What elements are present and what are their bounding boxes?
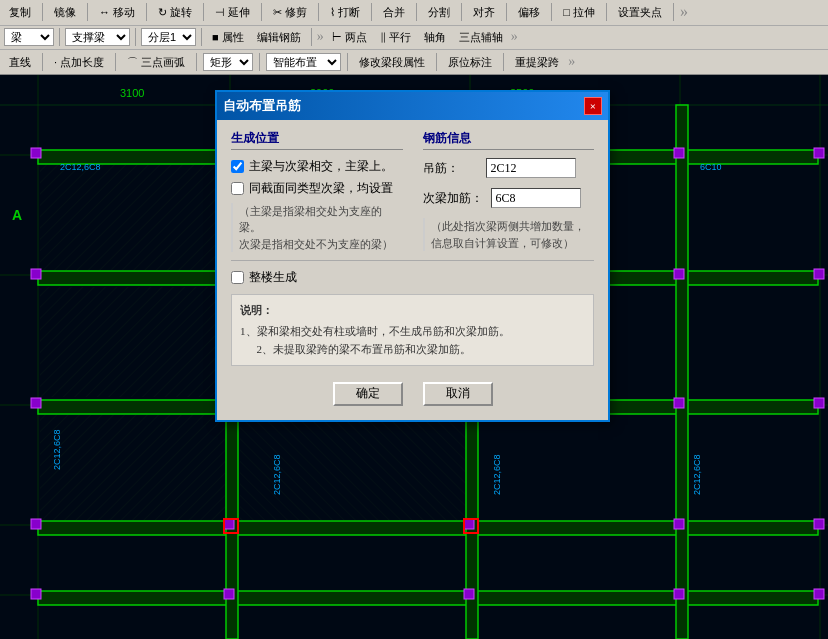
checkbox1-row: 主梁与次梁相交，主梁上。 — [231, 158, 403, 175]
toolbar-row2: 梁 支撑梁 分层1 ■ 属性 编辑钢筋 » ⊢ 两点 ∥ 平行 轴角 三点辅轴 … — [0, 26, 828, 51]
cancel-button[interactable]: 取消 — [423, 382, 493, 406]
break-btn[interactable]: ⌇ 打断 — [325, 3, 365, 22]
sep4 — [203, 3, 204, 21]
svg-rect-44 — [674, 398, 684, 408]
three-point-axis-btn[interactable]: 三点辅轴 — [454, 28, 508, 47]
rotate-btn[interactable]: ↻ 旋转 — [153, 3, 197, 22]
sep7 — [371, 3, 372, 21]
generate-position-section: 生成位置 主梁与次梁相交，主梁上。 同截面同类型次梁，均设置 （主梁是指梁相交处… — [231, 130, 403, 252]
three-arc-btn[interactable]: ⌒ 三点画弧 — [122, 53, 190, 72]
svg-rect-21 — [38, 591, 818, 605]
dialog-buttons: 确定 取消 — [231, 376, 594, 410]
position-note-text: （主梁是指梁相交处为支座的梁。次梁是指相交处不为支座的梁） — [239, 205, 393, 250]
mirror-btn[interactable]: 镜像 — [49, 3, 81, 22]
svg-rect-41 — [31, 398, 41, 408]
layer-select[interactable]: 分层1 — [141, 28, 196, 46]
trim-btn[interactable]: ✂ 修剪 — [268, 3, 312, 22]
rect-select[interactable]: 矩形 — [203, 53, 253, 71]
offset-btn[interactable]: 偏移 — [513, 3, 545, 22]
smart-place-select[interactable]: 智能布置 — [266, 53, 341, 71]
checkbox2-label: 同截面同类型次梁，均设置 — [249, 180, 393, 197]
notes-title: 说明： — [240, 301, 585, 320]
align-btn[interactable]: 对齐 — [468, 3, 500, 22]
sep15 — [135, 28, 136, 46]
position-note: （主梁是指梁相交处为支座的梁。次梁是指相交处不为支座的梁） — [231, 203, 403, 253]
sep10 — [506, 3, 507, 21]
auto-place-stirrup-dialog: 自动布置吊筋 × 生成位置 主梁与次梁相交，主梁上。 同截面同类型次梁，均设置 — [215, 90, 610, 422]
extend-btn[interactable]: ⊣ 延伸 — [210, 3, 255, 22]
copy-btn[interactable]: 复制 — [4, 3, 36, 22]
axis-angle-btn[interactable]: 轴角 — [419, 28, 451, 47]
dialog-titlebar: 自动布置吊筋 × — [217, 92, 608, 120]
rebar-info-section: 钢筋信息 吊筋： 次梁加筋： （此处指次梁两侧共增加数量，信息取自计算设置，可修… — [423, 130, 595, 252]
main-secondary-intersection-checkbox[interactable] — [231, 160, 244, 173]
rebar-section-title: 钢筋信息 — [423, 130, 595, 150]
stirrup-input[interactable] — [486, 158, 576, 178]
stirrup-row: 吊筋： — [423, 158, 595, 178]
svg-text:2C12,6C8: 2C12,6C8 — [272, 454, 282, 495]
merge-btn[interactable]: 合并 — [378, 3, 410, 22]
element-type-select[interactable]: 梁 — [4, 28, 54, 46]
svg-rect-53 — [464, 589, 474, 599]
svg-rect-40 — [814, 269, 824, 279]
modify-segment-btn[interactable]: 修改梁段属性 — [354, 53, 430, 72]
line-btn[interactable]: 直线 — [4, 53, 36, 72]
secondary-rebar-input[interactable] — [491, 188, 581, 208]
svg-rect-50 — [814, 519, 824, 529]
split-btn[interactable]: 分割 — [423, 3, 455, 22]
stretch-btn[interactable]: □ 拉伸 — [558, 3, 600, 22]
svg-rect-34 — [674, 148, 684, 158]
dialog-title: 自动布置吊筋 — [223, 97, 301, 115]
rebar-note-text: （此处指次梁两侧共增加数量，信息取自计算设置，可修改） — [431, 220, 585, 249]
sep20 — [196, 53, 197, 71]
svg-rect-47 — [224, 519, 234, 529]
svg-rect-25 — [40, 165, 225, 270]
checkbox2-row: 同截面同类型次梁，均设置 — [231, 180, 403, 197]
confirm-button[interactable]: 确定 — [333, 382, 403, 406]
svg-text:3100: 3100 — [120, 87, 144, 99]
edit-rebar-btn[interactable]: 编辑钢筋 — [252, 28, 306, 47]
svg-text:A: A — [12, 207, 22, 223]
secondary-rebar-row: 次梁加筋： — [423, 188, 595, 208]
svg-rect-39 — [674, 269, 684, 279]
more-icon: » — [680, 3, 688, 21]
grip-btn[interactable]: 设置夹点 — [613, 3, 667, 22]
sep6 — [318, 3, 319, 21]
toolbar: 复制 镜像 ↔ 移动 ↻ 旋转 ⊣ 延伸 ✂ 修剪 ⌇ 打断 合并 分割 对齐 … — [0, 0, 828, 75]
svg-rect-24 — [676, 105, 688, 639]
dialog-close-button[interactable]: × — [584, 97, 602, 115]
sep12 — [606, 3, 607, 21]
secondary-rebar-label: 次梁加筋： — [423, 190, 483, 207]
svg-rect-51 — [31, 589, 41, 599]
svg-rect-52 — [224, 589, 234, 599]
svg-rect-35 — [814, 148, 824, 158]
in-situ-mark-btn[interactable]: 原位标注 — [443, 53, 497, 72]
sep13 — [673, 3, 674, 21]
re-extract-span-btn[interactable]: 重提梁跨 — [510, 53, 564, 72]
sep11 — [551, 3, 552, 21]
move-btn[interactable]: ↔ 移动 — [94, 3, 140, 22]
expand3-icon: » — [568, 54, 575, 70]
divider1 — [231, 260, 594, 261]
property-btn[interactable]: ■ 属性 — [207, 28, 249, 47]
svg-text:2C12,6C8: 2C12,6C8 — [52, 429, 62, 470]
svg-rect-20 — [38, 521, 818, 535]
svg-rect-54 — [674, 589, 684, 599]
parallel-btn[interactable]: ∥ 平行 — [375, 28, 416, 47]
svg-text:2C12,6C8: 2C12,6C8 — [60, 162, 101, 172]
whole-floor-checkbox[interactable] — [231, 271, 244, 284]
toolbar-row3: 直线 · 点加长度 ⌒ 三点画弧 矩形 智能布置 修改梁段属性 原位标注 重提梁… — [0, 50, 828, 74]
sep18 — [42, 53, 43, 71]
beam-type-select[interactable]: 支撑梁 — [65, 28, 130, 46]
svg-rect-29 — [40, 415, 225, 520]
two-point-btn[interactable]: ⊢ 两点 — [327, 28, 372, 47]
sep19 — [115, 53, 116, 71]
svg-text:2C12,6C8: 2C12,6C8 — [492, 454, 502, 495]
same-section-type-checkbox[interactable] — [231, 182, 244, 195]
dialog-main-row: 生成位置 主梁与次梁相交，主梁上。 同截面同类型次梁，均设置 （主梁是指梁相交处… — [231, 130, 594, 252]
svg-rect-49 — [674, 519, 684, 529]
point-extend-btn[interactable]: · 点加长度 — [49, 53, 109, 72]
sep22 — [347, 53, 348, 71]
sep9 — [461, 3, 462, 21]
sep2 — [87, 3, 88, 21]
